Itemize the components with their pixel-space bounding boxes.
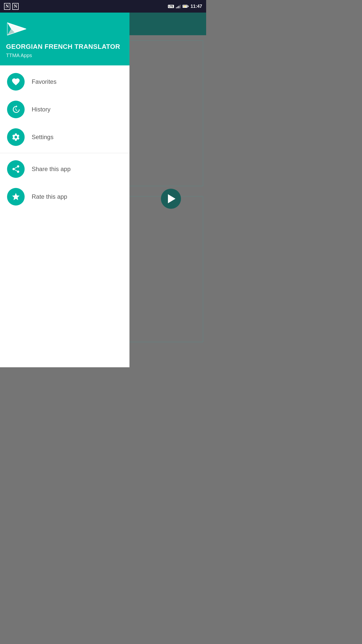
drawer-header: GEORGIAN FRENCH TRANSLATOR TTMA Apps bbox=[0, 13, 129, 65]
status-bar-left: N N bbox=[4, 3, 19, 10]
paper-plane-icon bbox=[6, 20, 27, 38]
history-label: History bbox=[32, 106, 51, 113]
svg-line-9 bbox=[15, 167, 17, 169]
app-subtitle: TTMA Apps bbox=[6, 53, 123, 58]
menu-item-settings[interactable]: Settings bbox=[0, 123, 129, 151]
menu-item-favorites[interactable]: Favorites bbox=[0, 68, 129, 96]
gear-icon bbox=[11, 133, 20, 142]
app-container: FRENCH bbox=[0, 13, 206, 367]
rate-label: Rate this app bbox=[32, 193, 67, 200]
drawer-menu: Favorites History Set bbox=[0, 65, 129, 367]
translate-button[interactable] bbox=[161, 189, 181, 209]
status-bar: N N LTE ⚡ 11:47 bbox=[0, 0, 206, 13]
navigation-drawer: GEORGIAN FRENCH TRANSLATOR TTMA Apps Fav… bbox=[0, 13, 129, 367]
settings-icon-circle bbox=[7, 128, 25, 146]
svg-line-8 bbox=[15, 170, 17, 171]
notification-icon-2: N bbox=[12, 3, 19, 10]
star-icon bbox=[11, 192, 20, 201]
svg-point-7 bbox=[17, 171, 19, 173]
status-time: 11:47 bbox=[191, 4, 202, 9]
input-text-box[interactable] bbox=[129, 40, 203, 186]
app-title: GEORGIAN FRENCH TRANSLATOR bbox=[6, 43, 123, 51]
favorites-icon-circle bbox=[7, 73, 25, 91]
battery-icon: ⚡ bbox=[183, 5, 189, 8]
menu-item-rate[interactable]: Rate this app bbox=[0, 183, 129, 211]
menu-divider bbox=[0, 153, 129, 153]
lte-badge: LTE bbox=[168, 5, 174, 8]
translate-arrow-icon bbox=[168, 194, 175, 203]
share-icon-circle bbox=[7, 160, 25, 178]
notification-icon-1: N bbox=[4, 3, 10, 10]
output-text-box[interactable] bbox=[129, 196, 203, 342]
status-bar-right: LTE ⚡ 11:47 bbox=[168, 4, 202, 9]
history-icon-circle bbox=[7, 101, 25, 118]
signal-icon bbox=[176, 4, 180, 8]
svg-point-5 bbox=[17, 165, 19, 168]
menu-item-share[interactable]: Share this app bbox=[0, 155, 129, 183]
svg-point-6 bbox=[13, 168, 15, 170]
share-icon bbox=[11, 165, 20, 174]
settings-label: Settings bbox=[32, 134, 54, 141]
share-label: Share this app bbox=[32, 166, 71, 173]
rate-icon-circle bbox=[7, 188, 25, 206]
heart-icon bbox=[11, 77, 20, 86]
clock-icon bbox=[11, 105, 20, 114]
app-logo bbox=[6, 20, 123, 38]
menu-item-history[interactable]: History bbox=[0, 96, 129, 123]
favorites-label: Favorites bbox=[32, 78, 57, 85]
